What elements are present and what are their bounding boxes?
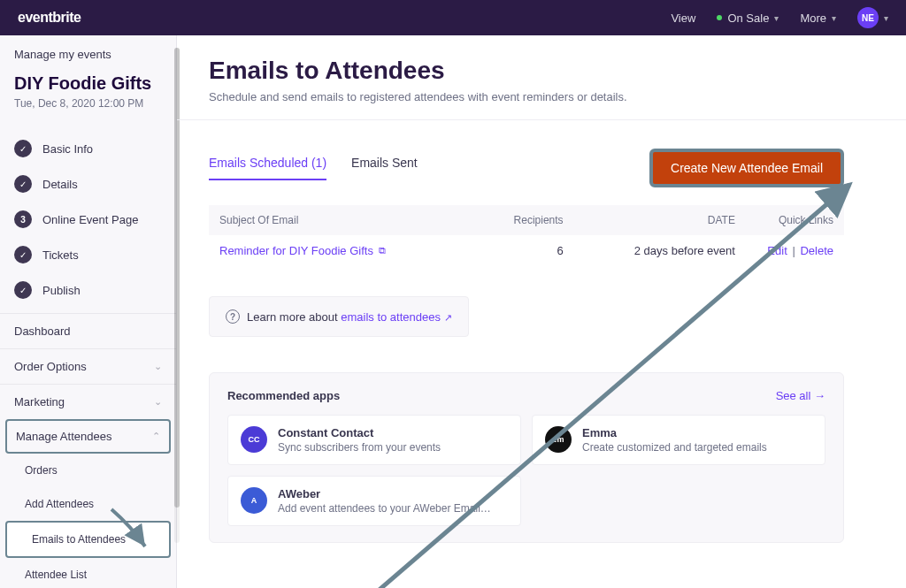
chevron-up-icon: ⌃ [152,431,160,442]
page-title: Emails to Attendees [209,57,844,85]
main-content: Emails to Attendees Schedule and send em… [177,35,906,588]
email-subject-link[interactable]: Reminder for DIY Foodie Gifts ⧉ [219,244,453,257]
subnav-emails-to-attendees[interactable]: Emails to Attendees [5,521,171,558]
check-icon: ✓ [14,140,32,157]
status-dot-icon [717,15,722,20]
event-summary: DIY Foodie Gifts Tue, Dec 8, 2020 12:00 … [0,70,176,126]
app-icon: CC [241,426,267,453]
top-nav: eventbrite View On Sale ▾ More ▾ NE ▾ [0,0,906,35]
table-row: Reminder for DIY Foodie Gifts ⧉ 6 2 days… [209,235,844,266]
nav-more[interactable]: More ▾ [800,11,836,25]
check-icon: ✓ [14,246,32,263]
app-constant-contact[interactable]: CC Constant Contact Sync subscribers fro… [227,415,521,465]
avatar: NE [857,7,879,28]
divider [177,119,906,120]
see-all-link[interactable]: See all → [776,389,825,402]
app-emma[interactable]: em Emma Create customized and targeted e… [532,415,825,465]
app-desc: Sync subscribers from your events [278,441,441,454]
th-date: DATE [564,214,735,226]
help-icon: ? [226,309,240,324]
setup-steps: ✓Basic Info ✓Details 3Online Event Page … [0,126,176,313]
app-icon: em [545,426,572,453]
help-link[interactable]: emails to attendees [341,310,441,324]
help-text: Learn more about emails to attendees ↗ [247,310,452,324]
emails-table: Subject Of Email Recipients DATE Quick L… [209,205,844,266]
create-new-attendee-email-button[interactable]: Create New Attendee Email [649,149,844,187]
apps-title: Recommended apps [227,389,340,402]
chevron-down-icon: ⌄ [154,396,162,408]
subnav-add-attendees[interactable]: Add Attendees [0,487,176,521]
app-name: Constant Contact [278,426,441,439]
event-title: DIY Foodie Gifts [14,73,162,94]
step-details[interactable]: ✓Details [0,166,176,202]
check-icon: ✓ [14,281,32,299]
nav-order-options[interactable]: Order Options⌄ [0,348,176,384]
topnav-right: View On Sale ▾ More ▾ NE ▾ [671,7,888,28]
app-name: AWeber [278,487,491,500]
subnav-orders[interactable]: Orders [0,454,176,487]
app-icon: A [241,487,267,514]
nav-dashboard[interactable]: Dashboard [0,313,176,348]
app-desc: Add event attendees to your AWeber Email… [278,502,491,515]
logo: eventbrite [18,10,81,26]
send-date: 2 days before event [564,244,735,257]
nav-status[interactable]: On Sale ▾ [717,11,779,25]
chevron-down-icon: ⌄ [154,361,162,372]
nav-view[interactable]: View [671,11,695,25]
app-name: Emma [582,426,767,439]
delete-link[interactable]: Delete [800,244,833,257]
sidebar: Manage my events DIY Foodie Gifts Tue, D… [0,35,177,588]
chevron-down-icon: ▾ [884,13,888,23]
th-recipients: Recipients [453,214,564,226]
event-date: Tue, Dec 8, 2020 12:00 PM [14,97,162,110]
step-tickets[interactable]: ✓Tickets [0,237,176,272]
page-subtitle: Schedule and send emails to registered a… [209,90,844,103]
tab-emails-scheduled[interactable]: Emails Scheduled (1) [209,156,326,180]
app-aweber[interactable]: A AWeber Add event attendees to your AWe… [227,476,521,526]
nav-marketing[interactable]: Marketing⌄ [0,384,176,419]
nav-account[interactable]: NE ▾ [857,7,888,28]
th-quick-links: Quick Links [735,214,833,226]
recipients-count: 6 [453,244,564,257]
th-subject: Subject Of Email [219,214,453,226]
subnav-attendee-list[interactable]: Attendee List [0,558,176,588]
copy-icon: ⧉ [379,245,386,256]
quick-links-cell: Edit | Delete [735,244,833,257]
step-publish[interactable]: ✓Publish [0,272,176,308]
app-desc: Create customized and targeted emails [582,441,767,454]
step-number-icon: 3 [14,210,32,228]
step-basic-info[interactable]: ✓Basic Info [0,131,176,166]
check-icon: ✓ [14,175,32,193]
manage-my-events-link[interactable]: Manage my events [0,35,176,70]
highlight-manage-attendees: Manage Attendees⌃ [5,419,171,454]
chevron-down-icon: ▾ [774,13,779,23]
table-header: Subject Of Email Recipients DATE Quick L… [209,205,844,235]
step-online-event-page[interactable]: 3Online Event Page [0,202,176,237]
tab-emails-sent[interactable]: Emails Sent [351,156,418,180]
separator: | [792,244,795,257]
help-banner[interactable]: ? Learn more about emails to attendees ↗ [209,296,469,337]
manage-attendees-submenu: Orders Add Attendees Emails to Attendees… [0,454,176,588]
nav-manage-attendees[interactable]: Manage Attendees⌃ [7,421,169,452]
tabs: Emails Scheduled (1) Emails Sent [209,156,418,180]
recommended-apps-card: Recommended apps See all → CC Constant C… [209,372,844,543]
edit-link[interactable]: Edit [767,244,787,257]
chevron-down-icon: ▾ [832,13,836,23]
external-link-icon: ↗ [444,312,452,323]
